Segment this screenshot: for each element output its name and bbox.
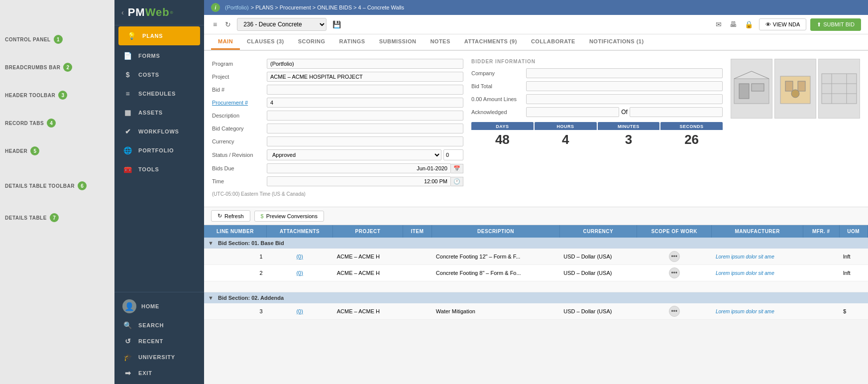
tab-scoring[interactable]: SCORING	[291, 34, 332, 50]
tab-collaborate[interactable]: COLLABORATE	[524, 34, 582, 50]
sidebar-item-schedules[interactable]: ≡ SCHEDULES	[114, 84, 204, 103]
preview-conversions-button[interactable]: $ Preview Conversions	[254, 211, 324, 222]
sidebar-item-university[interactable]: 🎓 UNIVERSITY	[114, 349, 204, 365]
view-nda-button[interactable]: 👁 VIEW NDA	[759, 18, 806, 30]
lock-icon[interactable]: 🔒	[743, 18, 755, 30]
sidebar-item-forms[interactable]: 📄 FORMS	[114, 46, 204, 65]
row3-scope-btn[interactable]: •••	[669, 306, 680, 317]
bid-num-row: Bid #	[212, 85, 463, 95]
sidebar-item-tools[interactable]: 🧰 TOOLS	[114, 160, 204, 179]
workflows-icon: ✔	[122, 128, 133, 135]
tab-ratings[interactable]: RATINGS	[332, 34, 372, 50]
bid-total-input[interactable]: $25,250.00	[526, 81, 723, 91]
row1-lorem: Lorem ipsum dolor sit ame	[712, 249, 803, 265]
email-icon[interactable]: ✉	[714, 18, 724, 30]
table-row-empty	[204, 281, 868, 292]
row2-attachments: (0)	[267, 265, 333, 281]
breadcrumb-path: > PLANS > Procurement > ONLINE BIDS > 4 …	[251, 4, 404, 10]
sidebar-item-costs[interactable]: $ COSTS	[114, 65, 204, 84]
section-arrow-1: ▼	[208, 240, 214, 246]
schedules-icon: ≡	[122, 90, 133, 98]
breadcrumb-portfolio-link[interactable]: (Portfolio)	[225, 4, 249, 10]
row1-scope-btn[interactable]: •••	[669, 251, 680, 262]
section-row-1: ▼ Bid Section: 01. Base Bid	[204, 238, 868, 249]
bids-due-input[interactable]	[267, 163, 451, 173]
annotation-label-4: RECORD TABS	[5, 121, 44, 126]
row2-lorem-text: Lorem ipsum dolor sit ame	[716, 270, 774, 276]
currency-input[interactable]: USD – Dollar (USA)	[267, 136, 463, 146]
costs-icon: $	[122, 71, 133, 79]
time-input[interactable]	[267, 176, 451, 186]
row3-uom: $	[839, 303, 868, 320]
row3-lorem-text: Lorem ipsum dolor sit ame	[716, 309, 774, 314]
status-num-input[interactable]	[443, 149, 463, 160]
sidebar-item-portfolio[interactable]: 🌐 PORTFOLIO	[114, 141, 204, 160]
row1-item	[403, 249, 432, 265]
tab-notifications[interactable]: NOTIFICATIONS (1)	[582, 34, 651, 50]
acknowledged-input[interactable]: 10	[526, 107, 619, 117]
row2-scope-btn[interactable]: •••	[669, 267, 680, 278]
annotation-label-3: HEADER TOOLBAR	[5, 93, 55, 98]
row3-manufacturer	[803, 303, 839, 320]
row1-lorem-text: Lorem ipsum dolor sit ame	[716, 254, 774, 259]
sidebar-collapse-icon[interactable]: ‹	[121, 8, 124, 16]
tab-main[interactable]: MAIN	[211, 34, 240, 50]
dollar-icon: $	[261, 213, 264, 219]
bid-num-input[interactable]	[267, 85, 463, 95]
portfolio-icon: 🌐	[122, 146, 133, 154]
exit-icon: ➡	[122, 369, 133, 377]
clock-icon[interactable]: 🕐	[451, 177, 463, 186]
sidebar-item-home[interactable]: 👤 HOME	[114, 295, 204, 317]
procurement-input[interactable]	[267, 98, 463, 108]
time-label: Time	[212, 178, 267, 184]
sidebar-item-label-schedules: SCHEDULES	[138, 91, 176, 97]
history-icon[interactable]: ↻	[223, 18, 233, 30]
university-label: UNIVERSITY	[138, 354, 175, 360]
save-icon[interactable]: 💾	[330, 18, 343, 30]
image-2	[774, 59, 816, 119]
sidebar-item-exit[interactable]: ➡ EXIT	[114, 365, 204, 381]
bids-due-group: 📅	[267, 163, 463, 173]
list-icon[interactable]: ≡	[211, 18, 219, 30]
row1-currency: USD – Dollar (USA)	[559, 249, 637, 265]
procurement-link[interactable]: Procurement #	[212, 100, 248, 106]
project-row: Project	[212, 72, 463, 82]
bid-category-input[interactable]: Concrete Walls	[267, 124, 463, 133]
row3-attach-link[interactable]: (0)	[296, 308, 303, 314]
row2-description: Concrete Footing 8" – Form & Fo...	[432, 265, 559, 281]
svg-line-3	[734, 71, 752, 79]
row2-attach-link[interactable]: (0)	[296, 270, 303, 276]
col-mfr-num: MFR. #	[803, 225, 839, 238]
project-input[interactable]	[267, 72, 463, 82]
tab-submission[interactable]: SUBMISSION	[372, 34, 424, 50]
sidebar-item-search[interactable]: 🔍 SEARCH	[114, 317, 204, 333]
tab-notes[interactable]: NOTES	[423, 34, 457, 50]
sidebar-item-workflows[interactable]: ✔ WORKFLOWS	[114, 122, 204, 141]
program-label: Program	[212, 61, 267, 67]
submit-bid-button[interactable]: ⬆ SUBMIT BID	[810, 18, 861, 31]
annotation-control-panel: CONTROL PANEL 1	[0, 35, 114, 44]
info-icon[interactable]: i	[211, 3, 220, 12]
bid-total-row: Bid Total $25,250.00	[471, 81, 723, 91]
sidebar-item-assets[interactable]: ▦ ASSETS	[114, 103, 204, 122]
company-input[interactable]: Deuce Concrete	[526, 68, 723, 78]
amount-lines-input[interactable]: 2	[526, 94, 723, 104]
tab-clauses[interactable]: CLAUSES (3)	[240, 34, 291, 50]
tab-attachments[interactable]: ATTACHMENTS (9)	[457, 34, 524, 50]
acknowledged-total-input[interactable]: 28	[630, 107, 723, 117]
print-icon[interactable]: 🖶	[728, 18, 739, 30]
vendor-dropdown[interactable]: 236 - Deuce Concrete	[237, 18, 326, 31]
row1-attach-link[interactable]: (0)	[296, 254, 303, 259]
svg-line-4	[752, 71, 769, 79]
calendar-icon[interactable]: 📅	[451, 164, 463, 173]
sidebar-item-recent[interactable]: ↺ RECENT	[114, 333, 204, 349]
program-input[interactable]	[267, 59, 463, 69]
status-select[interactable]: Approved	[267, 149, 441, 160]
description-input[interactable]: Concrete Walls	[267, 111, 463, 121]
sidebar-item-plans[interactable]: 💡 PLANS	[118, 26, 200, 45]
table-row-3: 3 (0) ACME – ACME H Water Mitigation USD…	[204, 303, 868, 320]
description-label: Description	[212, 113, 267, 119]
row3-project: ACME – ACME H	[333, 303, 403, 320]
refresh-button[interactable]: ↻ Refresh	[211, 210, 250, 222]
days-label: DAYS	[471, 122, 534, 130]
